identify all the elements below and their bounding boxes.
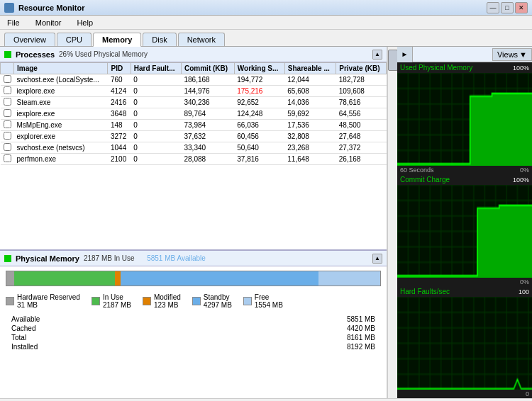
app-icon	[4, 3, 14, 13]
table-cell: 27,648	[336, 131, 387, 142]
tab-memory[interactable]: Memory	[93, 33, 141, 47]
physical-memory-inuse: 2187 MB In Use	[84, 254, 135, 262]
table-cell: 23,268	[284, 142, 336, 154]
processes-subtitle: 26% Used Physical Memory	[59, 50, 148, 58]
views-expand-button[interactable]: ►	[397, 47, 413, 62]
tab-overview[interactable]: Overview	[4, 33, 55, 46]
graph-used-physical-memory: Used Physical Memory 100% 60 Seconds 0%	[397, 62, 532, 174]
menu-file[interactable]: File	[3, 17, 24, 28]
graph-canvas-1	[397, 73, 532, 166]
table-cell: 26,168	[336, 154, 387, 165]
legend-label-modified: Modified 123 MB	[154, 293, 181, 309]
col-shareable[interactable]: Shareable ...	[284, 63, 336, 74]
legend-box-free	[243, 297, 252, 305]
col-commit[interactable]: Commit (KB)	[181, 63, 234, 74]
tab-disk[interactable]: Disk	[143, 33, 176, 46]
table-cell: iexplore.exe	[14, 108, 108, 120]
table-cell: 124,248	[234, 108, 284, 120]
memory-stats-col: Available 5851 MB Cached 4420 MB Total 8…	[6, 315, 381, 351]
table-cell: 4124	[108, 86, 131, 97]
views-dropdown-button[interactable]: Views ▼	[492, 48, 532, 61]
table-cell: 17,536	[284, 120, 336, 131]
table-cell: 73,984	[181, 120, 234, 131]
title-bar: Resource Monitor — □ ✕	[0, 0, 532, 16]
table-row[interactable]: explorer.exe3272037,63260,45632,80827,64…	[1, 131, 387, 142]
table-cell: 60,456	[234, 131, 284, 142]
row-checkbox[interactable]	[4, 98, 11, 106]
views-label: Views	[497, 50, 518, 59]
vertical-scrollbar[interactable]	[387, 47, 397, 398]
graph-3-bottom: 0	[397, 390, 532, 398]
graph-used-physical-memory-area	[397, 73, 532, 166]
stat-total-label: Total	[11, 334, 26, 341]
row-checkbox-cell	[1, 74, 14, 86]
legend-box-modified	[143, 297, 151, 305]
physical-memory-header[interactable]: Physical Memory 2187 MB In Use 5851 MB A…	[0, 251, 387, 266]
table-cell: 109,608	[336, 86, 387, 97]
legend-modified: Modified 123 MB	[143, 293, 181, 309]
row-checkbox-cell	[1, 97, 14, 108]
table-cell: Steam.exe	[14, 97, 108, 108]
maximize-button[interactable]: □	[501, 2, 514, 13]
table-cell: 760	[108, 74, 131, 86]
table-cell: iexplore.exe	[14, 86, 108, 97]
table-row[interactable]: Steam.exe24160340,23692,65214,03678,616	[1, 97, 387, 108]
row-checkbox[interactable]	[4, 143, 11, 151]
processes-section-header[interactable]: Processes 26% Used Physical Memory ▲	[0, 47, 387, 62]
minimize-button[interactable]: —	[487, 2, 499, 13]
row-checkbox[interactable]	[4, 109, 11, 117]
table-row[interactable]: svchost.exe (LocalSyste...7600186,168194…	[1, 74, 387, 86]
process-table[interactable]: Image PID Hard Fault... Commit (KB) Work…	[0, 62, 387, 249]
legend-box-standby	[192, 297, 201, 305]
row-checkbox-cell	[1, 142, 14, 154]
table-cell: 1044	[108, 142, 131, 154]
row-checkbox[interactable]	[4, 154, 11, 162]
row-checkbox[interactable]	[4, 120, 11, 128]
table-row[interactable]: iexplore.exe41240144,976175,21665,608109…	[1, 86, 387, 97]
scrollbar-thumb[interactable]	[388, 50, 398, 71]
legend-hardware-reserved: Hardware Reserved 31 MB	[6, 293, 80, 309]
tab-network[interactable]: Network	[178, 33, 225, 46]
table-row[interactable]: svchost.exe (netsvcs)1044033,34050,64023…	[1, 142, 387, 154]
table-row[interactable]: iexplore.exe3648089,764124,24859,69264,5…	[1, 108, 387, 120]
menu-monitor[interactable]: Monitor	[31, 17, 66, 28]
row-checkbox[interactable]	[4, 75, 11, 83]
bar-in-use	[14, 271, 115, 286]
processes-indicator-dot	[4, 51, 11, 58]
table-cell: 0	[131, 131, 181, 142]
table-cell: 194,772	[234, 74, 284, 86]
col-private[interactable]: Private (KB)	[336, 63, 387, 74]
memory-bar-container	[0, 266, 387, 290]
memory-stats: Available 5851 MB Cached 4420 MB Total 8…	[0, 312, 387, 354]
tab-cpu[interactable]: CPU	[57, 33, 92, 46]
horizontal-scrollbar[interactable]	[0, 398, 532, 401]
processes-collapse-button[interactable]: ▲	[372, 50, 382, 60]
table-row[interactable]: MsMpEng.exe148073,98466,03617,53648,500	[1, 120, 387, 131]
col-image[interactable]: Image	[14, 63, 108, 74]
legend-label-standby: Standby 4297 MB	[204, 293, 232, 309]
physical-memory-collapse-button[interactable]: ▲	[372, 254, 382, 264]
menu-help[interactable]: Help	[72, 17, 97, 28]
table-cell: 340,236	[181, 97, 234, 108]
table-cell: 65,608	[284, 86, 336, 97]
table-cell: 28,088	[181, 154, 234, 165]
table-row[interactable]: perfmon.exe2100028,08837,81611,64826,168	[1, 154, 387, 165]
title-bar-controls: — □ ✕	[487, 2, 528, 13]
legend-label-hardware: Hardware Reserved 31 MB	[17, 293, 80, 309]
col-hard-fault[interactable]: Hard Fault...	[131, 63, 181, 74]
row-checkbox-cell	[1, 120, 14, 131]
table-cell: 48,500	[336, 120, 387, 131]
stat-available-label: Available	[11, 315, 40, 323]
graph-commit-charge: Commit Charge 100% 0%	[397, 174, 532, 286]
row-checkbox[interactable]	[4, 86, 11, 94]
main-content: Processes 26% Used Physical Memory ▲ Ima…	[0, 47, 532, 398]
graph-used-physical-memory-label: Used Physical Memory 100%	[397, 62, 532, 73]
col-pid[interactable]: PID	[108, 63, 131, 74]
row-checkbox[interactable]	[4, 132, 11, 140]
table-cell: 78,616	[336, 97, 387, 108]
stat-cached: Cached 4420 MB	[6, 324, 381, 333]
col-working[interactable]: Working S...	[234, 63, 284, 74]
close-button[interactable]: ✕	[515, 2, 528, 13]
right-panel: ► Views ▼ Used Physical Memory 100% 60 S…	[397, 47, 532, 398]
table-cell: 175,216	[234, 86, 284, 97]
